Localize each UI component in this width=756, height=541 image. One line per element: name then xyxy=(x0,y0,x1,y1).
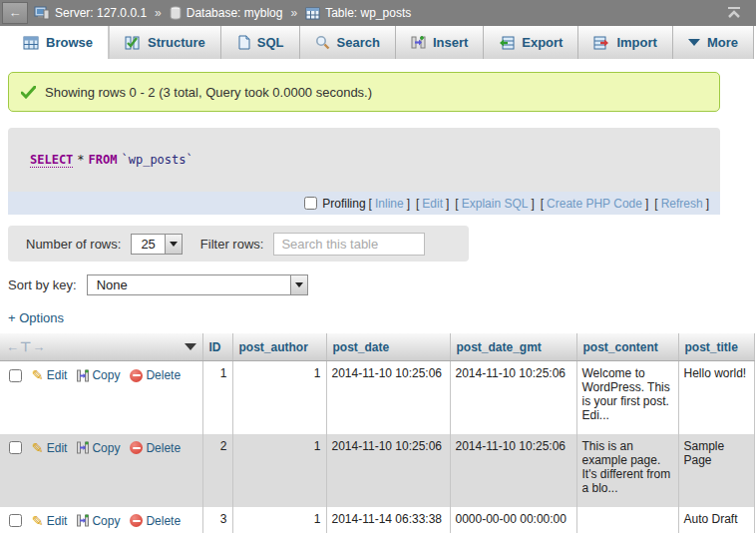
cell-post-author: 1 xyxy=(232,507,326,533)
copy-row-link[interactable]: Copy xyxy=(77,368,120,382)
tab-label: Search xyxy=(337,35,380,50)
edit-query-link[interactable]: Edit xyxy=(422,197,443,211)
select-dropdown-button xyxy=(165,235,182,254)
pencil-icon: ✎ xyxy=(32,370,44,380)
export-icon xyxy=(499,36,515,50)
breadcrumb-server[interactable]: Server: 127.0.0.1 xyxy=(55,6,147,20)
column-header-post-title[interactable]: post_title xyxy=(678,333,754,361)
column-header-post-date[interactable]: post_date xyxy=(326,333,450,361)
bracket: [ xyxy=(416,197,419,211)
cell-id: 1 xyxy=(202,361,232,434)
breadcrumb-separator: » xyxy=(290,6,297,20)
number-of-rows-value: 25 xyxy=(132,235,164,254)
number-of-rows-select[interactable]: 25 xyxy=(131,234,182,255)
tab-import[interactable]: Import xyxy=(578,26,672,59)
table-structure-icon xyxy=(125,36,141,50)
select-dropdown-button xyxy=(290,275,307,294)
import-icon xyxy=(593,36,609,50)
back-button[interactable]: ← xyxy=(2,2,28,24)
server-breadcrumb-bar: ← Server: 127.0.0.1 » Database: myblog »… xyxy=(0,0,756,26)
bracket: ] xyxy=(645,197,648,211)
row-checkbox[interactable] xyxy=(9,514,22,527)
column-header-post-content[interactable]: post_content xyxy=(576,333,678,361)
delete-row-link[interactable]: Delete xyxy=(130,514,181,528)
sql-keyword-from: FROM xyxy=(89,153,118,167)
refresh-link[interactable]: Refresh xyxy=(661,197,703,211)
server-icon xyxy=(34,6,50,20)
results-table: ←⊤→ ID post_author post_date post_date_g… xyxy=(0,333,755,533)
table-row: ✎Edit Copy Delete 3 1 2014-11-14 06:33:3… xyxy=(0,507,754,533)
bracket: [ xyxy=(541,197,544,211)
cell-post-title: Hello world! xyxy=(678,361,754,434)
edit-row-link[interactable]: ✎Edit xyxy=(32,441,67,455)
sql-page-icon xyxy=(236,35,250,50)
breadcrumb-separator: » xyxy=(155,6,162,20)
breadcrumb-database[interactable]: Database: myblog xyxy=(187,6,283,20)
success-check-icon xyxy=(21,86,36,99)
cell-post-date: 2014-11-14 06:33:38 xyxy=(326,507,450,533)
cell-post-date-gmt: 0000-00-00 00:00:00 xyxy=(450,507,576,533)
copy-row-link[interactable]: Copy xyxy=(77,441,120,455)
sql-keyword-select[interactable]: SELECT xyxy=(30,153,73,168)
cell-post-content: Welcome to WordPress. This is your first… xyxy=(576,361,678,434)
filter-rows-input[interactable] xyxy=(273,233,425,256)
breadcrumb-table[interactable]: Table: wp_posts xyxy=(325,6,411,20)
delete-icon xyxy=(130,441,143,454)
edit-row-link[interactable]: ✎Edit xyxy=(32,514,67,528)
cell-id: 3 xyxy=(202,507,232,533)
table-row: ✎Edit Copy Delete 1 1 2014-11-10 10:25:0… xyxy=(0,361,754,434)
actions-header: ←⊤→ xyxy=(0,333,202,361)
options-toggle-link[interactable]: + Options xyxy=(8,310,64,325)
chevron-down-icon xyxy=(688,39,700,46)
sort-by-key-select[interactable]: None xyxy=(87,274,308,295)
cell-post-author: 1 xyxy=(232,361,326,434)
table-header-row: ←⊤→ ID post_author post_date post_date_g… xyxy=(0,333,754,361)
sort-order-icon[interactable] xyxy=(185,343,196,350)
bracket: ] xyxy=(446,197,449,211)
profiling-checkbox[interactable] xyxy=(304,197,317,210)
filter-rows-label: Filter rows: xyxy=(200,237,264,252)
tab-label: Insert xyxy=(433,35,468,50)
sql-query-display: SELECT * FROM `wp_posts` xyxy=(8,128,720,192)
sort-by-key-label: Sort by key: xyxy=(8,277,77,292)
cell-post-content xyxy=(576,507,678,533)
delete-icon xyxy=(130,369,143,382)
delete-row-link[interactable]: Delete xyxy=(130,441,181,455)
table-icon xyxy=(305,7,320,20)
copy-icon xyxy=(77,441,89,454)
delete-row-link[interactable]: Delete xyxy=(130,368,181,382)
copy-icon xyxy=(77,369,89,382)
database-icon xyxy=(170,6,182,20)
column-header-post-date-gmt[interactable]: post_date_gmt xyxy=(450,333,576,361)
tab-browse[interactable]: Browse xyxy=(8,26,109,59)
tab-search[interactable]: Search xyxy=(300,26,396,59)
cell-post-title: Auto Draft xyxy=(678,507,754,533)
delete-icon xyxy=(130,514,143,527)
explain-sql-link[interactable]: Explain SQL xyxy=(462,197,529,211)
column-header-post-author[interactable]: post_author xyxy=(232,333,326,361)
tab-label: Import xyxy=(616,35,656,50)
result-message-text: Showing rows 0 - 2 (3 total, Query took … xyxy=(45,85,372,100)
tab-label: SQL xyxy=(257,35,284,50)
column-move-arrows-icon[interactable]: ←⊤→ xyxy=(6,339,46,354)
create-php-code-link[interactable]: Create PHP Code xyxy=(547,197,642,211)
bracket: [ xyxy=(455,197,458,211)
tab-insert[interactable]: Insert xyxy=(396,26,484,59)
cell-post-author: 1 xyxy=(232,434,326,507)
tab-more[interactable]: More xyxy=(673,26,754,59)
row-checkbox[interactable] xyxy=(9,441,22,454)
copy-row-link[interactable]: Copy xyxy=(77,514,120,528)
sort-by-key-value: None xyxy=(88,275,137,294)
bracket: ] xyxy=(706,197,709,211)
tab-export[interactable]: Export xyxy=(484,26,578,59)
tab-sql[interactable]: SQL xyxy=(221,26,300,59)
cell-post-title: Sample Page xyxy=(678,434,754,507)
column-header-id[interactable]: ID xyxy=(202,333,232,361)
bracket: ] xyxy=(407,197,410,211)
query-result-message: Showing rows 0 - 2 (3 total, Query took … xyxy=(8,72,720,112)
tab-structure[interactable]: Structure xyxy=(109,26,221,59)
inline-link[interactable]: Inline xyxy=(375,197,404,211)
collapse-menubar-icon[interactable] xyxy=(726,7,742,19)
row-checkbox[interactable] xyxy=(9,369,22,382)
edit-row-link[interactable]: ✎Edit xyxy=(32,368,67,382)
